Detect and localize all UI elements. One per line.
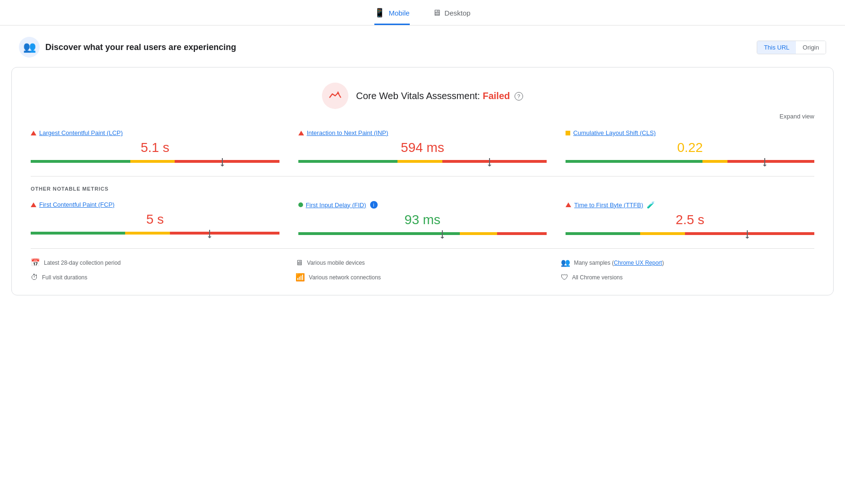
mobile-icon: 📱: [374, 8, 385, 18]
footer-item: 🛡All Chrome versions: [561, 273, 814, 282]
bar-container: [298, 232, 547, 235]
bar-track: [31, 232, 279, 235]
bar-orange: [640, 232, 685, 235]
bar-red: [442, 160, 547, 163]
footer-item: 🖥Various mobile devices: [296, 258, 549, 267]
bar-red: [170, 232, 279, 235]
bar-marker: [222, 158, 223, 165]
footer-icon: 🖥: [296, 259, 303, 267]
tab-mobile[interactable]: 📱 Mobile: [374, 8, 409, 25]
metric-value-inp: 594 ms: [298, 140, 547, 155]
bar-track: [566, 160, 814, 163]
footer-text: All Chrome versions: [572, 274, 623, 281]
other-metrics-label: OTHER NOTABLE METRICS: [31, 186, 814, 192]
assessment-icon: [322, 83, 348, 109]
expand-view-link[interactable]: Expand view: [31, 113, 814, 120]
bar-track: [566, 232, 814, 235]
bar-marker: [747, 230, 748, 237]
metric-value-cls: 0.22: [566, 140, 814, 155]
metric-name-fcp[interactable]: First Contentful Paint (FCP): [39, 201, 115, 208]
footer-text: Full visit durations: [42, 274, 87, 281]
footer-text: Many samples (Chrome UX Report): [574, 260, 664, 266]
desktop-icon: 🖥: [432, 8, 441, 18]
metric-cls: Cumulative Layout Shift (CLS) 0.22: [566, 129, 814, 165]
origin-button[interactable]: Origin: [796, 41, 826, 54]
bar-green: [566, 232, 640, 235]
dot-green-icon: [298, 202, 303, 207]
main-card: Core Web Vitals Assessment: Failed ? Exp…: [11, 67, 834, 295]
avatar: 👥: [19, 37, 40, 58]
bar-track: [298, 232, 547, 235]
bar-red: [727, 160, 814, 163]
svg-marker-0: [337, 91, 339, 94]
bar-marker: [442, 230, 443, 237]
section-divider: [31, 176, 814, 176]
footer-item: 📅Latest 28-day collection period: [31, 258, 284, 267]
bar-marker: [209, 230, 210, 236]
metric-label-row: Interaction to Next Paint (INP): [298, 129, 547, 136]
metric-name-ttfb[interactable]: Time to First Byte (TTFB): [574, 202, 643, 209]
metric-name-fid[interactable]: First Input Delay (FID): [306, 202, 366, 209]
metric-lcp: Largest Contentful Paint (LCP) 5.1 s: [31, 129, 279, 165]
bar-container: [31, 232, 279, 235]
bar-orange: [702, 160, 727, 163]
footer-link[interactable]: Chrome UX Report: [614, 260, 662, 266]
footer-item: 📶Various network connections: [296, 273, 549, 282]
bar-red: [497, 232, 547, 235]
help-icon[interactable]: ?: [515, 92, 523, 101]
triangle-red-icon: [31, 202, 36, 207]
assessment-header: Core Web Vitals Assessment: Failed ?: [31, 83, 814, 109]
bar-red: [175, 160, 279, 163]
square-orange-icon: [566, 131, 570, 135]
page-title: Discover what your real users are experi…: [45, 42, 236, 52]
footer-item: 👥Many samples (Chrome UX Report): [561, 258, 814, 267]
tab-bar: 📱 Mobile 🖥 Desktop: [0, 0, 845, 25]
footer-icon: 🛡: [561, 273, 568, 282]
metric-value-lcp: 5.1 s: [31, 140, 279, 155]
bar-green: [31, 232, 125, 235]
metric-inp: Interaction to Next Paint (INP) 594 ms: [298, 129, 547, 165]
metric-label-row: Cumulative Layout Shift (CLS): [566, 129, 814, 136]
tab-desktop[interactable]: 🖥 Desktop: [432, 8, 471, 25]
bar-track: [31, 160, 279, 163]
footer-icon: 📶: [296, 273, 305, 282]
metric-value-fid: 93 ms: [298, 212, 547, 227]
footer-icon: ⏱: [31, 273, 38, 282]
beaker-icon: 🧪: [647, 201, 655, 209]
header-left: 👥 Discover what your real users are expe…: [19, 37, 236, 58]
metric-value-fcp: 5 s: [31, 212, 279, 227]
info-icon[interactable]: i: [370, 201, 378, 209]
assessment-title: Core Web Vitals Assessment: Failed ?: [356, 91, 523, 101]
metric-value-ttfb: 2.5 s: [566, 212, 814, 227]
metric-label-row: First Input Delay (FID) i: [298, 201, 547, 209]
metric-label-row: Time to First Byte (TTFB) 🧪: [566, 201, 814, 209]
bar-container: [566, 160, 814, 163]
bar-green: [298, 160, 398, 163]
footer-icon: 📅: [31, 258, 40, 267]
this-url-button[interactable]: This URL: [757, 41, 796, 54]
bar-container: [298, 160, 547, 163]
footer-icon: 👥: [561, 258, 570, 267]
triangle-red-icon: [566, 202, 571, 207]
metric-fid: First Input Delay (FID) i 93 ms: [298, 201, 547, 237]
bar-track: [298, 160, 547, 163]
bar-orange: [130, 160, 175, 163]
bar-container: [566, 232, 814, 235]
metric-name-inp[interactable]: Interaction to Next Paint (INP): [307, 129, 389, 136]
metric-name-cls[interactable]: Cumulative Layout Shift (CLS): [573, 129, 656, 136]
bar-red: [685, 232, 814, 235]
metric-ttfb: Time to First Byte (TTFB) 🧪 2.5 s: [566, 201, 814, 237]
metric-label-row: First Contentful Paint (FCP): [31, 201, 279, 208]
core-metrics-grid: Largest Contentful Paint (LCP) 5.1 s Int…: [31, 129, 814, 165]
bar-orange: [125, 232, 170, 235]
footer-text: Various network connections: [309, 274, 381, 281]
bar-container: [31, 160, 279, 163]
bar-marker: [489, 158, 490, 165]
footer-text: Various mobile devices: [307, 260, 365, 266]
triangle-red-icon: [31, 131, 36, 135]
metric-fcp: First Contentful Paint (FCP) 5 s: [31, 201, 279, 237]
other-metrics-grid: First Contentful Paint (FCP) 5 s First I…: [31, 201, 814, 237]
metric-name-lcp[interactable]: Largest Contentful Paint (LCP): [39, 129, 123, 136]
url-origin-toggle: This URL Origin: [757, 41, 826, 54]
footer-info: 📅Latest 28-day collection period🖥Various…: [31, 248, 814, 282]
